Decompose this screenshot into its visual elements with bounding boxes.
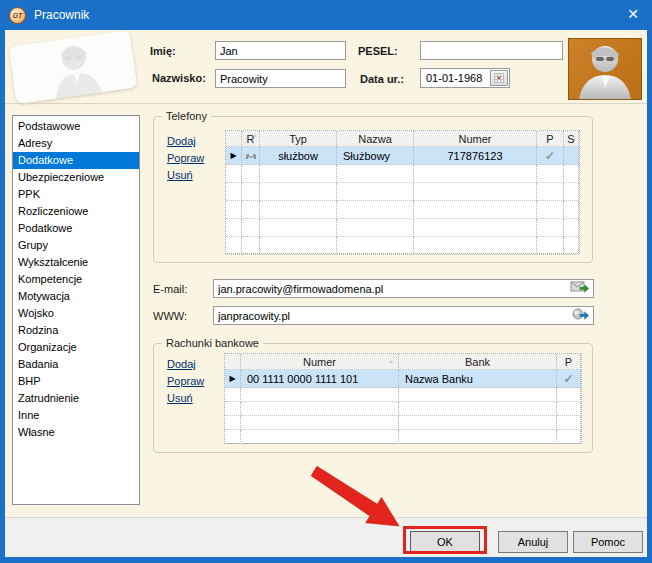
phones-empty-row[interactable]	[226, 183, 579, 201]
sidebar-item-podatkowe[interactable]: Podatkowe	[13, 220, 139, 237]
phones-col-nazwa[interactable]: Nazwa	[337, 131, 414, 147]
sidebar-item-dodatkowe[interactable]: Dodatkowe	[13, 152, 139, 169]
phones-empty-row[interactable]	[226, 219, 579, 237]
phones-col-typ[interactable]: Typ	[260, 131, 337, 147]
sort-asc-icon: ▲	[388, 358, 394, 364]
sidebar-item-adresy[interactable]: Adresy	[13, 135, 139, 152]
ok-button[interactable]: OK	[410, 531, 480, 553]
phones-group-label: Telefony	[162, 110, 211, 122]
cancel-button[interactable]: Anuluj	[498, 531, 568, 553]
phones-edit-link[interactable]: Popraw	[167, 152, 204, 164]
check-icon: ✓	[545, 149, 555, 163]
close-icon[interactable]: ✕	[627, 6, 639, 22]
bank-accounts-group-label: Rachunki bankowe	[162, 337, 263, 349]
phones-col-s[interactable]: S	[564, 131, 579, 147]
sidebar-item-ubezpieczeniowe[interactable]: Ubezpieczeniowe	[13, 169, 139, 186]
bank-table-header: Numer▲ Bank P	[225, 354, 581, 370]
pracownik-dialog: GT Pracownik ✕ Imię: Nazwisko: PESEL: Da…	[0, 0, 652, 563]
www-label: WWW:	[153, 310, 187, 322]
button-bar: OK Anuluj Pomoc	[5, 517, 647, 557]
email-input[interactable]	[213, 279, 594, 298]
first-name-input[interactable]	[215, 41, 346, 60]
dialog-body: Imię: Nazwisko: PESEL: Data ur.: 01-01-1…	[5, 30, 647, 557]
phones-add-link[interactable]: Dodaj	[167, 135, 196, 147]
bank-delete-link[interactable]: Usuń	[167, 392, 193, 404]
bank-empty-row[interactable]	[225, 416, 581, 430]
bank-col-numer[interactable]: Numer▲	[241, 354, 399, 370]
app-logo-icon: GT	[9, 7, 26, 24]
sidebar-item-podstawowe[interactable]: Podstawowe	[13, 118, 139, 135]
phone-s-flag	[564, 147, 579, 165]
phone-type-icon-cell	[242, 147, 260, 165]
phone-numer-value: 717876123	[414, 147, 537, 165]
calendar-button[interactable]	[490, 70, 508, 86]
sidebar-item-organizacje[interactable]: Organizacje	[13, 339, 139, 356]
phones-empty-row[interactable]	[226, 165, 579, 183]
open-website-icon[interactable]	[570, 308, 590, 322]
category-list: Podstawowe Adresy Dodatkowe Ubezpieczeni…	[12, 115, 140, 505]
row-marker-icon: ▶	[230, 151, 236, 160]
row-marker-cell: ▶	[226, 147, 242, 165]
bank-col-bank[interactable]: Bank	[399, 354, 557, 370]
bank-empty-row[interactable]	[225, 402, 581, 416]
header-separator	[5, 103, 647, 104]
sidebar-item-motywacja[interactable]: Motywacja	[13, 288, 139, 305]
help-button[interactable]: Pomoc	[573, 531, 643, 553]
www-field-wrap	[213, 306, 594, 325]
title-bar: GT Pracownik ✕	[0, 0, 652, 30]
sidebar-item-wojsko[interactable]: Wojsko	[13, 305, 139, 322]
phone-typ-value: służbow	[260, 147, 337, 165]
phone-nazwa-value: Służbowy	[337, 147, 414, 165]
sidebar-item-zatrudnienie[interactable]: Zatrudnienie	[13, 390, 139, 407]
window-title: Pracownik	[34, 8, 89, 22]
bank-name-value: Nazwa Banku	[399, 370, 557, 388]
pesel-label: PESEL:	[358, 45, 398, 57]
phones-row-sluzbowy[interactable]: ▶ służbow Służbowy 717876123 ✓	[226, 147, 579, 165]
phones-table-header: R▲ Typ Nazwa Numer P S	[226, 131, 579, 147]
sort-asc-icon: ▲	[252, 132, 258, 138]
employee-photo[interactable]	[568, 38, 642, 100]
bank-col-numer-label: Numer	[303, 356, 336, 368]
phones-col-r[interactable]: R▲	[242, 131, 260, 147]
bank-col-p[interactable]: P	[557, 354, 581, 370]
bank-edit-link[interactable]: Popraw	[167, 375, 204, 387]
sidebar-item-wlasne[interactable]: Własne	[13, 424, 139, 441]
first-name-label: Imię:	[150, 45, 176, 57]
email-label: E-mail:	[153, 283, 187, 295]
sidebar-item-bhp[interactable]: BHP	[13, 373, 139, 390]
www-input[interactable]	[213, 306, 594, 325]
bank-empty-row[interactable]	[225, 388, 581, 402]
sidebar-item-rozliczeniowe[interactable]: Rozliczeniowe	[13, 203, 139, 220]
send-email-icon[interactable]	[570, 281, 590, 295]
sidebar-item-grupy[interactable]: Grupy	[13, 237, 139, 254]
last-name-input[interactable]	[215, 69, 346, 88]
bank-table: Numer▲ Bank P ▶ 00 1111 0000 1111 101 Na…	[224, 353, 582, 444]
phones-col-p[interactable]: P	[537, 131, 564, 147]
check-icon: ✓	[563, 372, 573, 386]
last-name-label: Nazwisko:	[152, 72, 206, 84]
pesel-input[interactable]	[420, 41, 563, 60]
sidebar-item-kompetencje[interactable]: Kompetencje	[13, 271, 139, 288]
calendar-icon	[494, 73, 504, 83]
phone-p-flag: ✓	[537, 147, 564, 165]
sidebar-item-badania[interactable]: Badania	[13, 356, 139, 373]
phones-col-selector	[226, 131, 242, 147]
phones-delete-link[interactable]: Usuń	[167, 169, 193, 181]
phones-col-numer[interactable]: Numer	[414, 131, 537, 147]
row-marker-icon: ▶	[229, 374, 235, 383]
sidebar-item-wyksztalcenie[interactable]: Wykształcenie	[13, 254, 139, 271]
bank-row-1[interactable]: ▶ 00 1111 0000 1111 101 Nazwa Banku ✓	[225, 370, 581, 388]
sidebar-item-inne[interactable]: Inne	[13, 407, 139, 424]
bank-col-selector	[225, 354, 241, 370]
birth-date-field[interactable]: 01-01-1968	[420, 68, 510, 88]
bank-add-link[interactable]: Dodaj	[167, 358, 196, 370]
sidebar-item-ppk[interactable]: PPK	[13, 186, 139, 203]
phones-group: Telefony Dodaj Popraw Usuń R▲ Typ Nazwa …	[153, 116, 593, 263]
sidebar-item-rodzina[interactable]: Rodzina	[13, 322, 139, 339]
employee-card-watermark	[9, 30, 138, 104]
bank-accounts-group: Rachunki bankowe Dodaj Popraw Usuń Numer…	[153, 343, 593, 453]
phone-handset-icon	[245, 152, 257, 160]
phones-empty-row[interactable]	[226, 201, 579, 219]
phones-empty-row[interactable]	[226, 237, 579, 255]
bank-empty-row[interactable]	[225, 430, 581, 444]
